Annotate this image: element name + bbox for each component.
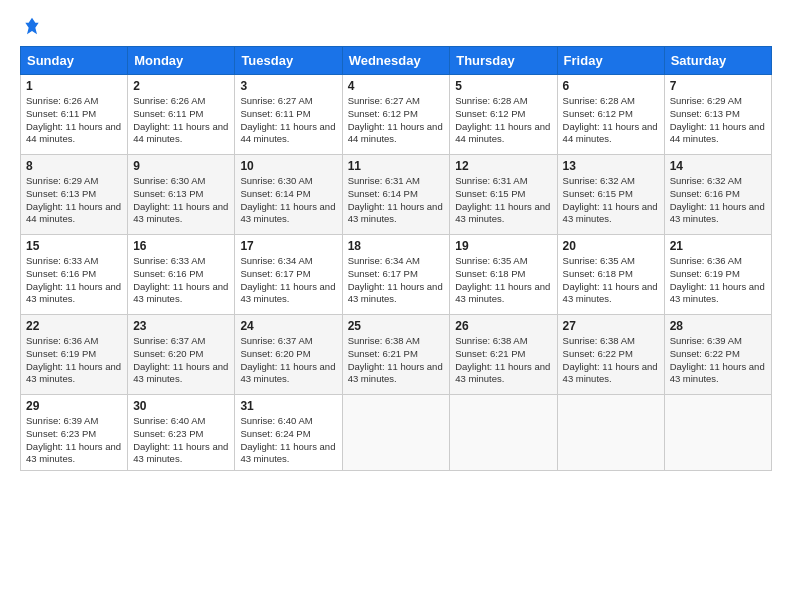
day-number: 23 bbox=[133, 319, 229, 333]
calendar-cell: 26Sunrise: 6:38 AMSunset: 6:21 PMDayligh… bbox=[450, 315, 557, 395]
calendar-cell: 20Sunrise: 6:35 AMSunset: 6:18 PMDayligh… bbox=[557, 235, 664, 315]
day-info: Sunrise: 6:35 AMSunset: 6:18 PMDaylight:… bbox=[455, 255, 551, 306]
day-info: Sunrise: 6:37 AMSunset: 6:20 PMDaylight:… bbox=[133, 335, 229, 386]
calendar-cell: 28Sunrise: 6:39 AMSunset: 6:22 PMDayligh… bbox=[664, 315, 771, 395]
calendar-cell: 11Sunrise: 6:31 AMSunset: 6:14 PMDayligh… bbox=[342, 155, 450, 235]
day-number: 18 bbox=[348, 239, 445, 253]
calendar-cell: 5Sunrise: 6:28 AMSunset: 6:12 PMDaylight… bbox=[450, 75, 557, 155]
day-info: Sunrise: 6:30 AMSunset: 6:13 PMDaylight:… bbox=[133, 175, 229, 226]
day-info: Sunrise: 6:29 AMSunset: 6:13 PMDaylight:… bbox=[670, 95, 766, 146]
calendar-cell: 2Sunrise: 6:26 AMSunset: 6:11 PMDaylight… bbox=[128, 75, 235, 155]
calendar-cell bbox=[450, 395, 557, 471]
day-info: Sunrise: 6:31 AMSunset: 6:14 PMDaylight:… bbox=[348, 175, 445, 226]
day-number: 26 bbox=[455, 319, 551, 333]
calendar-cell: 27Sunrise: 6:38 AMSunset: 6:22 PMDayligh… bbox=[557, 315, 664, 395]
day-number: 24 bbox=[240, 319, 336, 333]
day-number: 3 bbox=[240, 79, 336, 93]
weekday-header-saturday: Saturday bbox=[664, 47, 771, 75]
calendar-cell: 18Sunrise: 6:34 AMSunset: 6:17 PMDayligh… bbox=[342, 235, 450, 315]
day-info: Sunrise: 6:32 AMSunset: 6:16 PMDaylight:… bbox=[670, 175, 766, 226]
day-info: Sunrise: 6:34 AMSunset: 6:17 PMDaylight:… bbox=[348, 255, 445, 306]
calendar-cell: 17Sunrise: 6:34 AMSunset: 6:17 PMDayligh… bbox=[235, 235, 342, 315]
calendar-cell: 30Sunrise: 6:40 AMSunset: 6:23 PMDayligh… bbox=[128, 395, 235, 471]
weekday-header-sunday: Sunday bbox=[21, 47, 128, 75]
day-number: 30 bbox=[133, 399, 229, 413]
day-info: Sunrise: 6:33 AMSunset: 6:16 PMDaylight:… bbox=[133, 255, 229, 306]
weekday-header-row: SundayMondayTuesdayWednesdayThursdayFrid… bbox=[21, 47, 772, 75]
day-info: Sunrise: 6:26 AMSunset: 6:11 PMDaylight:… bbox=[26, 95, 122, 146]
calendar-cell: 25Sunrise: 6:38 AMSunset: 6:21 PMDayligh… bbox=[342, 315, 450, 395]
page: SundayMondayTuesdayWednesdayThursdayFrid… bbox=[0, 0, 792, 612]
day-info: Sunrise: 6:26 AMSunset: 6:11 PMDaylight:… bbox=[133, 95, 229, 146]
day-number: 19 bbox=[455, 239, 551, 253]
calendar-table: SundayMondayTuesdayWednesdayThursdayFrid… bbox=[20, 46, 772, 471]
day-info: Sunrise: 6:27 AMSunset: 6:12 PMDaylight:… bbox=[348, 95, 445, 146]
day-info: Sunrise: 6:35 AMSunset: 6:18 PMDaylight:… bbox=[563, 255, 659, 306]
calendar-cell bbox=[557, 395, 664, 471]
day-number: 1 bbox=[26, 79, 122, 93]
day-info: Sunrise: 6:39 AMSunset: 6:23 PMDaylight:… bbox=[26, 415, 122, 466]
logo-icon bbox=[22, 16, 42, 36]
calendar-cell: 13Sunrise: 6:32 AMSunset: 6:15 PMDayligh… bbox=[557, 155, 664, 235]
calendar-cell: 4Sunrise: 6:27 AMSunset: 6:12 PMDaylight… bbox=[342, 75, 450, 155]
calendar-cell bbox=[664, 395, 771, 471]
day-info: Sunrise: 6:29 AMSunset: 6:13 PMDaylight:… bbox=[26, 175, 122, 226]
day-info: Sunrise: 6:36 AMSunset: 6:19 PMDaylight:… bbox=[670, 255, 766, 306]
day-info: Sunrise: 6:34 AMSunset: 6:17 PMDaylight:… bbox=[240, 255, 336, 306]
day-info: Sunrise: 6:38 AMSunset: 6:21 PMDaylight:… bbox=[455, 335, 551, 386]
day-number: 28 bbox=[670, 319, 766, 333]
day-number: 10 bbox=[240, 159, 336, 173]
day-number: 21 bbox=[670, 239, 766, 253]
calendar-cell: 24Sunrise: 6:37 AMSunset: 6:20 PMDayligh… bbox=[235, 315, 342, 395]
day-number: 2 bbox=[133, 79, 229, 93]
calendar-cell: 21Sunrise: 6:36 AMSunset: 6:19 PMDayligh… bbox=[664, 235, 771, 315]
day-info: Sunrise: 6:33 AMSunset: 6:16 PMDaylight:… bbox=[26, 255, 122, 306]
day-number: 5 bbox=[455, 79, 551, 93]
day-info: Sunrise: 6:32 AMSunset: 6:15 PMDaylight:… bbox=[563, 175, 659, 226]
day-number: 20 bbox=[563, 239, 659, 253]
calendar-cell: 1Sunrise: 6:26 AMSunset: 6:11 PMDaylight… bbox=[21, 75, 128, 155]
day-number: 16 bbox=[133, 239, 229, 253]
day-number: 17 bbox=[240, 239, 336, 253]
calendar-cell: 23Sunrise: 6:37 AMSunset: 6:20 PMDayligh… bbox=[128, 315, 235, 395]
day-number: 13 bbox=[563, 159, 659, 173]
header bbox=[20, 16, 772, 36]
day-number: 7 bbox=[670, 79, 766, 93]
day-info: Sunrise: 6:30 AMSunset: 6:14 PMDaylight:… bbox=[240, 175, 336, 226]
weekday-header-monday: Monday bbox=[128, 47, 235, 75]
day-number: 15 bbox=[26, 239, 122, 253]
day-info: Sunrise: 6:38 AMSunset: 6:21 PMDaylight:… bbox=[348, 335, 445, 386]
day-info: Sunrise: 6:40 AMSunset: 6:23 PMDaylight:… bbox=[133, 415, 229, 466]
calendar-cell: 12Sunrise: 6:31 AMSunset: 6:15 PMDayligh… bbox=[450, 155, 557, 235]
calendar-cell bbox=[342, 395, 450, 471]
calendar-cell: 31Sunrise: 6:40 AMSunset: 6:24 PMDayligh… bbox=[235, 395, 342, 471]
day-info: Sunrise: 6:31 AMSunset: 6:15 PMDaylight:… bbox=[455, 175, 551, 226]
day-number: 9 bbox=[133, 159, 229, 173]
weekday-header-wednesday: Wednesday bbox=[342, 47, 450, 75]
day-number: 31 bbox=[240, 399, 336, 413]
day-info: Sunrise: 6:38 AMSunset: 6:22 PMDaylight:… bbox=[563, 335, 659, 386]
calendar-cell: 19Sunrise: 6:35 AMSunset: 6:18 PMDayligh… bbox=[450, 235, 557, 315]
calendar-cell: 15Sunrise: 6:33 AMSunset: 6:16 PMDayligh… bbox=[21, 235, 128, 315]
day-info: Sunrise: 6:40 AMSunset: 6:24 PMDaylight:… bbox=[240, 415, 336, 466]
day-number: 6 bbox=[563, 79, 659, 93]
calendar-cell: 10Sunrise: 6:30 AMSunset: 6:14 PMDayligh… bbox=[235, 155, 342, 235]
day-number: 11 bbox=[348, 159, 445, 173]
day-info: Sunrise: 6:36 AMSunset: 6:19 PMDaylight:… bbox=[26, 335, 122, 386]
calendar-cell: 14Sunrise: 6:32 AMSunset: 6:16 PMDayligh… bbox=[664, 155, 771, 235]
calendar-cell: 16Sunrise: 6:33 AMSunset: 6:16 PMDayligh… bbox=[128, 235, 235, 315]
weekday-header-thursday: Thursday bbox=[450, 47, 557, 75]
logo bbox=[20, 16, 42, 36]
calendar-cell: 7Sunrise: 6:29 AMSunset: 6:13 PMDaylight… bbox=[664, 75, 771, 155]
calendar-cell: 22Sunrise: 6:36 AMSunset: 6:19 PMDayligh… bbox=[21, 315, 128, 395]
weekday-header-tuesday: Tuesday bbox=[235, 47, 342, 75]
day-number: 29 bbox=[26, 399, 122, 413]
day-number: 27 bbox=[563, 319, 659, 333]
calendar-cell: 9Sunrise: 6:30 AMSunset: 6:13 PMDaylight… bbox=[128, 155, 235, 235]
day-info: Sunrise: 6:37 AMSunset: 6:20 PMDaylight:… bbox=[240, 335, 336, 386]
day-number: 25 bbox=[348, 319, 445, 333]
day-number: 14 bbox=[670, 159, 766, 173]
day-info: Sunrise: 6:28 AMSunset: 6:12 PMDaylight:… bbox=[563, 95, 659, 146]
day-number: 12 bbox=[455, 159, 551, 173]
calendar-cell: 8Sunrise: 6:29 AMSunset: 6:13 PMDaylight… bbox=[21, 155, 128, 235]
